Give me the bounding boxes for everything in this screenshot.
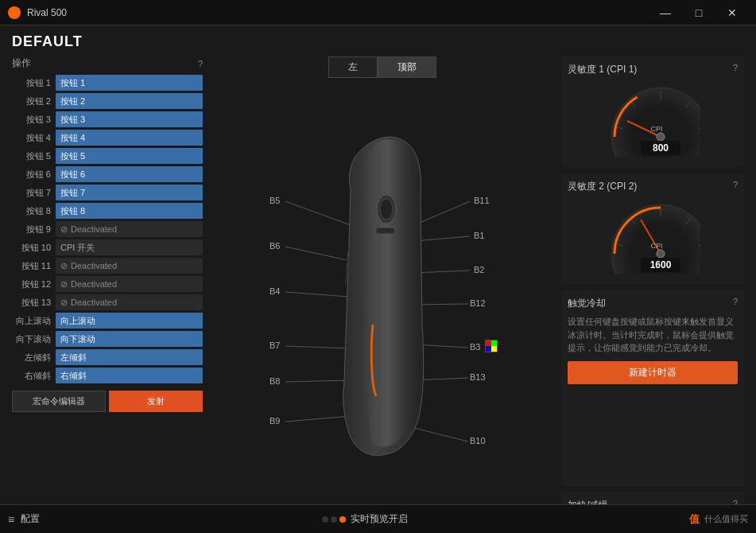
live-dot-1 — [322, 516, 328, 523]
tab-top[interactable]: 顶部 — [378, 56, 436, 78]
b9-label: B9 — [269, 416, 280, 426]
button-value-12[interactable]: Deactivated — [56, 276, 203, 292]
button-value-15[interactable]: 向下滚动 — [56, 331, 203, 347]
button-row: 按钮 11Deactivated — [12, 257, 203, 274]
bottom-bar: ≡ 配置 实时预览开启 值 什么值得买 — [0, 504, 756, 533]
svg-line-8 — [414, 270, 470, 273]
button-value-17[interactable]: 右倾斜 — [56, 368, 203, 383]
b10-label: B10 — [470, 436, 486, 445]
button-label-14: 向上滚动 — [12, 315, 56, 327]
button-value-11[interactable]: Deactivated — [56, 258, 203, 274]
profile-label: 配置 — [21, 512, 40, 526]
button-list: 按钮 1按钮 1按钮 2按钮 2按钮 3按钮 3按钮 4按钮 4按钮 5按钮 5… — [12, 74, 203, 384]
cpi2-help[interactable]: ? — [733, 180, 738, 193]
cpi1-section: 灵敏度 1 (CPI 1) ? — [561, 56, 744, 167]
mouse-highlight — [360, 139, 415, 447]
svg-point-42 — [657, 250, 665, 258]
cpi1-help[interactable]: ? — [733, 63, 738, 76]
button-row: 按钮 2按钮 2 — [12, 92, 203, 110]
left-panel: 操作 ? 按钮 1按钮 1按钮 2按钮 2按钮 3按钮 3按钮 4按钮 4按钮 … — [12, 56, 203, 533]
svg-line-7 — [414, 236, 470, 241]
button-label-7: 按钮 7 — [12, 187, 56, 199]
svg-line-17 — [414, 428, 468, 442]
button-label-12: 按钮 12 — [12, 278, 56, 290]
button-value-8[interactable]: 按钮 8 — [56, 203, 203, 219]
button-label-11: 按钮 11 — [12, 260, 56, 272]
button-value-6[interactable]: 按钮 6 — [56, 166, 203, 182]
bottom-center: 实时预览开启 — [322, 512, 408, 526]
button-row: 按钮 5按钮 5 — [12, 147, 203, 165]
svg-line-6 — [414, 201, 470, 225]
svg-line-0 — [285, 201, 351, 225]
mouse-diagram: B5 B6 B4 B7 B8 B9 B11 B1 — [255, 86, 510, 468]
svg-line-3 — [285, 346, 351, 348]
button-value-1[interactable]: 按钮 1 — [56, 75, 203, 91]
cpi1-gauge-svg: CPI 800 — [605, 85, 700, 157]
button-value-10[interactable]: CPI 开关 — [56, 239, 203, 255]
new-timer-button[interactable]: 新建计时器 — [568, 361, 738, 384]
maximize-button[interactable]: □ — [683, 0, 715, 25]
button-value-4[interactable]: 按钮 4 — [56, 130, 203, 146]
tactile-header: 触觉冷却 ? — [568, 297, 738, 310]
bottom-right: 值 什么值得买 — [689, 512, 748, 527]
minimize-button[interactable]: — — [649, 0, 681, 25]
button-row: 左倾斜左倾斜 — [12, 348, 203, 366]
button-value-7[interactable]: 按钮 7 — [56, 185, 203, 200]
live-text: 实时预览开启 — [351, 512, 408, 526]
button-label-9: 按钮 9 — [12, 224, 56, 235]
button-value-3[interactable]: 按钮 3 — [56, 111, 203, 127]
button-row: 按钮 3按钮 3 — [12, 111, 203, 128]
button-row: 按钮 7按钮 7 — [12, 184, 203, 201]
button-row: 向下滚动向下滚动 — [12, 330, 203, 348]
button-row: 按钮 9Deactivated — [12, 220, 203, 238]
bottom-left: ≡ 配置 — [8, 512, 40, 526]
button-value-14[interactable]: 向上滚动 — [56, 313, 203, 329]
panel-header: 操作 ? — [12, 56, 203, 70]
tactile-title: 触觉冷却 — [568, 297, 606, 310]
button-row: 按钮 4按钮 4 — [12, 129, 203, 146]
cpi2-gauge[interactable]: CPI 1600 — [568, 198, 738, 278]
tab-left[interactable]: 左 — [328, 56, 378, 78]
operations-label: 操作 — [12, 56, 31, 70]
button-label-3: 按钮 3 — [12, 114, 56, 126]
button-row: 按钮 6按钮 6 — [12, 165, 203, 183]
b5-label: B5 — [269, 196, 280, 205]
macro-editor-button[interactable]: 宏命令编辑器 — [12, 391, 106, 412]
close-button[interactable]: ✕ — [716, 0, 748, 25]
tactile-description: 设置任何键盘按键或鼠标按键来触发首显义冰凉计时。当计时完成时，鼠标会提供触觉提示… — [568, 315, 738, 355]
b13-label: B13 — [470, 372, 486, 382]
svg-line-5 — [285, 416, 351, 422]
button-value-16[interactable]: 左倾斜 — [56, 349, 203, 365]
cpi2-gauge-svg: CPI 1600 — [605, 202, 700, 274]
view-tabs: 左 顶部 — [328, 56, 436, 78]
svg-text:800: 800 — [653, 142, 669, 154]
bottom-site: 什么值得买 — [704, 513, 748, 525]
window-controls: — □ ✕ — [649, 0, 748, 25]
button-value-5[interactable]: 按钮 5 — [56, 148, 203, 164]
operations-help[interactable]: ? — [198, 59, 203, 68]
button-label-17: 右倾斜 — [12, 370, 56, 382]
cpi2-title: 灵敏度 2 (CPI 2) — [568, 180, 637, 193]
fire-button[interactable]: 发射 — [109, 391, 203, 412]
button-row: 按钮 12Deactivated — [12, 275, 203, 293]
page-title: DEFAULT — [12, 33, 744, 50]
bottom-logo: 值 — [689, 512, 700, 527]
button-value-2[interactable]: 按钮 2 — [56, 93, 203, 109]
button-value-9[interactable]: Deactivated — [56, 221, 203, 237]
b2-label: B2 — [474, 265, 484, 274]
button-value-13[interactable]: Deactivated — [56, 294, 203, 310]
titlebar: Rival 500 — □ ✕ — [0, 0, 756, 25]
dpi-button — [376, 228, 395, 234]
cpi1-header: 灵敏度 1 (CPI 1) ? — [568, 63, 738, 76]
center-panel: 左 顶部 B5 B6 B4 B7 B8 B9 — [211, 56, 553, 533]
button-row: 向上滚动向上滚动 — [12, 312, 203, 329]
b12-label: B12 — [470, 298, 486, 308]
tactile-help[interactable]: ? — [733, 297, 738, 310]
button-label-4: 按钮 4 — [12, 132, 56, 144]
button-label-13: 按钮 13 — [12, 297, 56, 309]
cpi1-title: 灵敏度 1 (CPI 1) — [568, 63, 637, 76]
button-label-5: 按钮 5 — [12, 150, 56, 162]
button-label-6: 按钮 6 — [12, 169, 56, 181]
cpi1-gauge[interactable]: CPI 800 — [568, 81, 738, 161]
list-icon[interactable]: ≡ — [8, 513, 14, 526]
